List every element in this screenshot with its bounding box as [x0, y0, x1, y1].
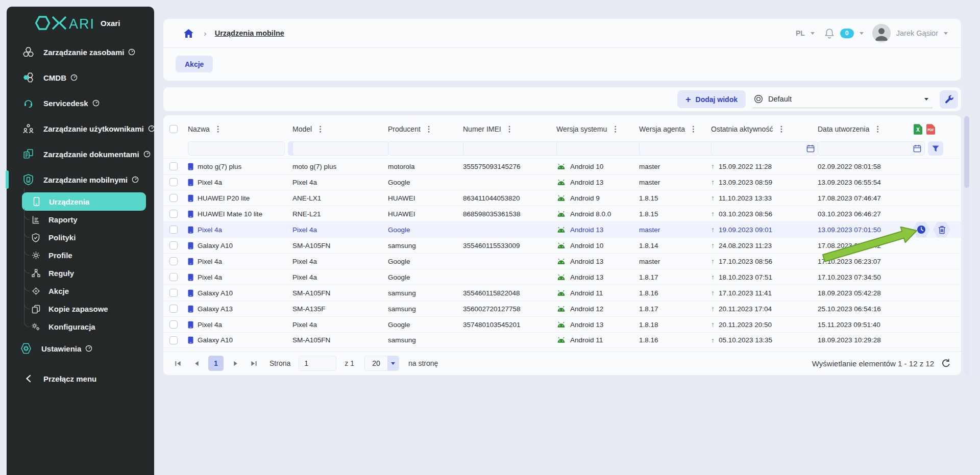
- sidebar-item-cmdb[interactable]: CMDB: [7, 65, 154, 90]
- cell-model: moto g(7) plus: [292, 163, 336, 170]
- export-pdf-icon[interactable]: PDF: [926, 124, 935, 135]
- column-header-nazwa[interactable]: Nazwa⋮: [182, 124, 286, 134]
- sidebar-subitem-akcje[interactable]: Akcje: [7, 282, 154, 300]
- row-checkbox[interactable]: [169, 178, 178, 186]
- column-menu-icon[interactable]: ⋮: [776, 124, 786, 134]
- row-checkbox[interactable]: [169, 289, 178, 297]
- up-arrow-icon: ↑: [711, 178, 715, 186]
- sidebar-subitem-raporty[interactable]: Raporty: [7, 211, 154, 229]
- table-row[interactable]: Pixel 4a Pixel 4a Google Android 13 mast…: [163, 253, 961, 269]
- sidebar-subitem-urzadzenia[interactable]: Urządzenia: [22, 192, 146, 211]
- per-page-select[interactable]: 20: [364, 356, 399, 371]
- table-row[interactable]: Galaxy A10 SM-A105FN samsung Android 11 …: [163, 332, 961, 348]
- row-checkbox[interactable]: [169, 162, 178, 170]
- column-menu-icon[interactable]: ⋮: [505, 124, 514, 134]
- calendar-icon[interactable]: [913, 144, 921, 153]
- current-page-button[interactable]: 1: [208, 356, 224, 371]
- breadcrumb-current-link[interactable]: Urządzenia mobilne: [215, 29, 284, 37]
- column-header-producent[interactable]: Producent⋮: [382, 124, 457, 134]
- column-header-wersja-agenta[interactable]: Wersja agenta⋮: [633, 124, 705, 134]
- filter-input-nazwa[interactable]: [191, 142, 281, 155]
- first-page-button[interactable]: [172, 357, 185, 370]
- bell-icon[interactable]: [824, 28, 835, 39]
- row-checkbox[interactable]: [169, 210, 178, 218]
- akcje-button[interactable]: Akcje: [176, 56, 213, 72]
- column-menu-icon[interactable]: ⋮: [315, 124, 325, 134]
- avatar[interactable]: [872, 24, 891, 42]
- language-caret-icon[interactable]: [811, 32, 815, 35]
- language-selector[interactable]: PL: [796, 29, 805, 37]
- column-menu-icon[interactable]: ⋮: [873, 124, 883, 134]
- view-select[interactable]: Default: [753, 90, 933, 108]
- notifications-caret-icon[interactable]: [860, 32, 864, 35]
- home-icon[interactable]: [184, 29, 193, 38]
- sidebar-subitem-profile[interactable]: Profile: [7, 246, 154, 264]
- table-row[interactable]: Galaxy A13 SM-A135F samsung 356002720127…: [163, 301, 961, 316]
- table-row[interactable]: Galaxy A10 SM-A105FN samsung 35546011582…: [163, 285, 961, 301]
- row-checkbox[interactable]: [169, 336, 178, 344]
- column-header-model[interactable]: Model⋮: [286, 124, 382, 134]
- sidebar-subitem-konfiguracja[interactable]: Konfiguracja: [7, 318, 154, 336]
- table-row[interactable]: Pixel 4a Pixel 4a Google Android 13 mast…: [163, 221, 961, 237]
- device-phone-icon: [188, 305, 193, 313]
- column-label: Producent: [388, 125, 421, 133]
- column-header-wersja-systemu[interactable]: Wersja systemu⋮: [550, 124, 633, 134]
- column-menu-icon[interactable]: ⋮: [610, 124, 620, 134]
- last-page-button[interactable]: [247, 357, 260, 370]
- filter-input-imei[interactable]: [467, 142, 556, 155]
- user-menu-caret-icon[interactable]: [944, 32, 948, 35]
- filter-button-data-utworzenia[interactable]: [928, 141, 943, 156]
- user-name[interactable]: Jarek Gąsior: [896, 29, 938, 37]
- export-excel-icon[interactable]: X: [914, 124, 922, 135]
- previous-page-button[interactable]: [190, 357, 203, 370]
- notification-count-badge[interactable]: 0: [840, 29, 854, 38]
- row-history-button[interactable]: [913, 222, 930, 237]
- sidebar-item-mobilne[interactable]: Zarządzanie mobilnymi: [7, 167, 154, 192]
- row-checkbox[interactable]: [169, 320, 178, 329]
- sidebar-item-zasoby[interactable]: Zarządzanie zasobami: [7, 39, 154, 65]
- column-header-imei[interactable]: Numer IMEI⋮: [457, 124, 550, 134]
- sidebar-item-dokumenty[interactable]: Zarządzanie dokumentami: [7, 141, 154, 167]
- mobile-shield-icon: [21, 174, 35, 185]
- table-row[interactable]: Pixel 4a Pixel 4a Google 357480103545201…: [163, 316, 961, 332]
- row-checkbox[interactable]: [169, 257, 178, 265]
- sidebar-item-servicedesk[interactable]: Servicedesk: [7, 90, 154, 116]
- table-row[interactable]: moto g(7) plus moto g(7) plus motorola 3…: [163, 158, 961, 174]
- column-header-data-utworzenia[interactable]: Data utworzenia⋮: [812, 124, 912, 134]
- collapse-menu-button[interactable]: Przełącz menu: [7, 369, 154, 388]
- filter-input-model[interactable]: [296, 142, 386, 155]
- column-header-ostatnia-aktywnosc[interactable]: Ostatnia aktywność⋮: [705, 124, 812, 134]
- row-checkbox[interactable]: [169, 194, 178, 202]
- refresh-button[interactable]: [941, 359, 951, 368]
- add-view-button[interactable]: + Dodaj widok: [677, 90, 746, 108]
- column-menu-icon[interactable]: ⋮: [689, 124, 698, 134]
- column-menu-icon[interactable]: ⋮: [213, 124, 223, 134]
- oxari-logo-icon: ARI: [35, 15, 95, 31]
- sidebar-item-ustawienia[interactable]: Ustawienia: [7, 336, 154, 361]
- row-checkbox[interactable]: [169, 241, 178, 249]
- sidebar-subitem-kopie[interactable]: Kopie zapasowe: [7, 300, 154, 318]
- column-menu-icon[interactable]: ⋮: [424, 124, 434, 134]
- table-scrollbar-thumb[interactable]: [964, 116, 969, 188]
- page-number-input[interactable]: [299, 356, 336, 371]
- row-checkbox[interactable]: [169, 273, 178, 281]
- cell-model: Pixel 4a: [292, 226, 317, 234]
- row-checkbox[interactable]: [169, 226, 178, 234]
- table-settings-button[interactable]: [940, 90, 958, 109]
- sidebar-item-uzytkownicy[interactable]: Zarządzanie użytkownikami: [7, 116, 154, 141]
- table-row[interactable]: Pixel 4a Pixel 4a Google Android 13 mast…: [163, 174, 961, 190]
- next-page-button[interactable]: [229, 357, 242, 370]
- filter-cell-imei: [457, 141, 550, 156]
- row-delete-button[interactable]: [933, 222, 950, 237]
- table-row[interactable]: HUAWEI Mate 10 lite RNE-L21 HUAWEI 86859…: [163, 206, 961, 221]
- select-all-checkbox[interactable]: [169, 125, 178, 133]
- sidebar-subitem-polityki[interactable]: Polityki: [7, 229, 154, 246]
- table-row[interactable]: HUAWEI P20 lite ANE-LX1 HUAWEI 863411044…: [163, 190, 961, 206]
- filter-input-data-utworzenia[interactable]: [821, 142, 911, 155]
- row-checkbox[interactable]: [169, 305, 178, 313]
- sidebar-subitem-reguly[interactable]: Reguły: [7, 264, 154, 282]
- table-scrollbar-track[interactable]: [964, 115, 969, 375]
- table-row[interactable]: Pixel 4a Pixel 4a Google Android 13 1.8.…: [163, 269, 961, 285]
- filter-input-ostatnia-aktywnosc[interactable]: [715, 142, 804, 155]
- table-row[interactable]: Galaxy A10 SM-A105FN samsung 35546011553…: [163, 237, 961, 253]
